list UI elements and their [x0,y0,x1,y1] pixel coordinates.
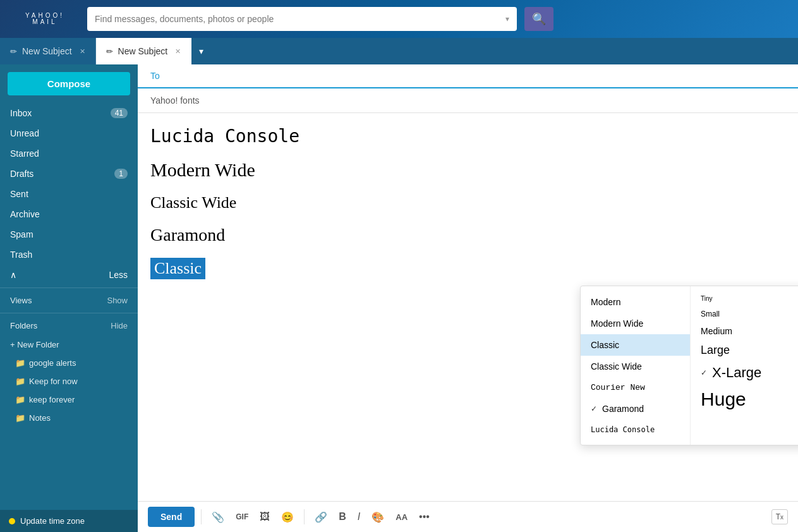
sidebar-item-archive[interactable]: Archive [0,204,138,224]
link-button[interactable]: 🔗 [311,509,331,526]
font-option-classic-wide[interactable]: Classic Wide [581,356,690,377]
sidebar-item-trash[interactable]: Trash [0,245,138,265]
folders-hide-button[interactable]: Hide [111,321,128,330]
modern-wide-label: Modern Wide [591,318,643,329]
small-label: Small [701,310,720,318]
header: YAHOO! MAIL ▾ 🔍 [0,0,798,38]
pencil-icon-1: ✏ [10,47,17,56]
views-section-header: Views Show [0,291,138,310]
tiny-label: Tiny [701,295,713,302]
size-option-large[interactable]: Large [691,340,798,361]
sidebar: Compose Inbox 41 Unread Starred Drafts 1… [0,64,138,532]
yahoo-logo: YAHOO! MAIL [10,13,80,25]
font-option-modern[interactable]: Modern [581,291,690,313]
garamond-label: Garamond [602,404,644,414]
timezone-dot [9,518,15,524]
folder-icon-1: 📁 [15,358,25,368]
inbox-badge: 41 [111,108,128,118]
huge-label: Huge [701,389,746,410]
emoji-button[interactable]: 😊 [277,509,298,526]
attach-button[interactable]: 📎 [208,509,228,526]
close-icon-2[interactable]: ✕ [175,47,181,56]
sidebar-item-starred[interactable]: Starred [0,143,138,164]
clear-format-button[interactable]: Tx [771,509,788,524]
search-button[interactable]: 🔍 [524,7,553,31]
body-line-classic: Classic [150,258,785,279]
size-option-small[interactable]: Small [691,306,798,322]
update-timezone-bar[interactable]: Update time zone [0,510,138,532]
folder-keep-forever[interactable]: 📁 keep forever [0,390,138,409]
font-option-courier[interactable]: Courier New [581,377,690,398]
size-list: Tiny Small Medium Large ✓ X-Large Huge [691,286,798,445]
tab-1-label: New Subject [22,46,72,56]
tab-more-button[interactable]: ▾ [191,38,211,64]
body-line-lucida: Lucida Console [150,126,785,147]
size-option-huge[interactable]: Huge [691,385,798,414]
close-icon-1[interactable]: ✕ [80,47,85,56]
folder-keep-for-now[interactable]: 📁 Keep for now [0,372,138,390]
folder-notes[interactable]: 📁 Notes [0,409,138,427]
sidebar-item-unread[interactable]: Unread [0,123,138,143]
xlarge-label: X-Large [712,365,761,381]
less-label: Less [109,270,128,280]
color-button[interactable]: 🎨 [368,509,388,526]
photo-button[interactable]: 🖼 [256,509,274,525]
compose-to-field: To [138,64,798,88]
folder-label-4: Notes [29,413,51,423]
body-line-garamond: Garamond [150,225,785,245]
compose-area: To Lucida Console Modern Wide Classic Wi… [138,64,798,532]
sidebar-item-drafts[interactable]: Drafts 1 [0,164,138,184]
tab-1[interactable]: ✏ New Subject ✕ [0,38,96,64]
main-layout: Compose Inbox 41 Unread Starred Drafts 1… [0,64,798,532]
font-size-button[interactable]: AA [392,510,411,524]
font-option-lucida[interactable]: Lucida Console [581,420,690,440]
font-option-garamond[interactable]: ✓ Garamond [581,398,690,420]
size-option-tiny[interactable]: Tiny [691,291,798,306]
sent-label: Sent [10,189,28,199]
toolbar-separator-1 [201,509,202,524]
new-folder-button[interactable]: + New Folder [0,336,138,354]
folder-icon-2: 📁 [15,377,25,386]
xlarge-check-icon: ✓ [701,368,707,377]
to-input[interactable] [165,71,785,81]
sidebar-item-less[interactable]: ∧ Less [0,265,138,285]
tab-bar: ✏ New Subject ✕ ✏ New Subject ✕ ▾ [0,38,798,64]
bold-button[interactable]: B [335,509,350,525]
views-label: Views [10,296,32,305]
folder-google-alerts[interactable]: 📁 google alerts [0,354,138,372]
views-show-button[interactable]: Show [107,296,128,305]
folder-label-3: keep forever [29,395,75,404]
folder-icon-3: 📁 [15,395,25,404]
font-option-classic[interactable]: Classic [581,334,690,356]
more-options-button[interactable]: ••• [415,509,433,525]
toolbar-separator-2 [304,509,305,524]
font-size-dropdown: Modern Modern Wide Classic Classic Wide … [580,286,798,445]
nav-divider-2 [0,313,138,313]
italic-button[interactable]: I [354,509,364,525]
body-line-classic-wide: Classic Wide [150,193,785,212]
size-option-xlarge[interactable]: ✓ X-Large [691,361,798,385]
sidebar-item-inbox[interactable]: Inbox 41 [0,103,138,123]
to-label: To [150,71,160,81]
less-icon: ∧ [10,270,16,280]
font-option-modern-wide[interactable]: Modern Wide [581,313,690,334]
folders-label: Folders [10,321,37,330]
folder-label-2: Keep for now [29,377,78,386]
search-chevron-icon[interactable]: ▾ [505,15,509,23]
compose-subject-field [138,88,798,113]
send-button[interactable]: Send [148,507,195,527]
large-label: Large [701,344,730,357]
subject-input[interactable] [150,95,785,106]
sidebar-item-sent[interactable]: Sent [0,184,138,204]
sidebar-item-spam[interactable]: Spam [0,224,138,245]
pencil-icon-2: ✏ [106,47,113,56]
search-input[interactable] [95,14,500,24]
inbox-label: Inbox [10,108,32,118]
compose-button[interactable]: Compose [8,72,130,95]
folders-section-header: Folders Hide [0,316,138,336]
medium-label: Medium [701,326,732,336]
tab-2[interactable]: ✏ New Subject ✕ [96,38,192,64]
size-option-medium[interactable]: Medium [691,322,798,340]
drafts-badge: 1 [114,169,128,179]
gif-button[interactable]: GIF [232,510,252,524]
